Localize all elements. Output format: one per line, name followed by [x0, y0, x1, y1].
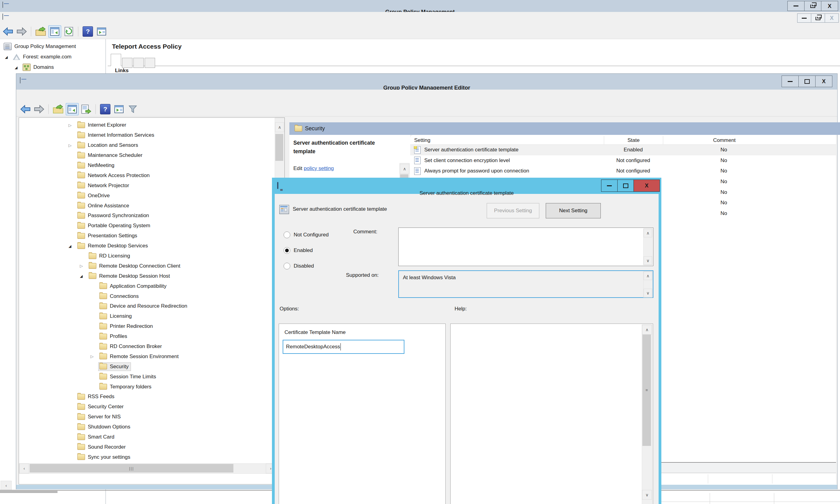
tree-expander-icon[interactable] — [69, 123, 76, 128]
back-icon[interactable] — [2, 26, 14, 37]
tree-item[interactable]: Server for NIS — [19, 412, 275, 422]
help-icon[interactable]: ? — [82, 26, 94, 37]
scroll-up-icon[interactable]: ∧ — [275, 122, 284, 132]
main-titlebar[interactable]: Group Policy Management X — [0, 0, 840, 12]
scroll-up-icon[interactable]: ∧ — [644, 272, 652, 280]
column-comment[interactable]: Comment — [663, 136, 786, 144]
tree-item[interactable]: Location and Sensors — [19, 140, 275, 150]
tree-item[interactable]: NetMeeting — [19, 161, 275, 170]
radio-icon[interactable] — [284, 247, 290, 254]
hscroll-thumb[interactable]: ||| — [30, 464, 233, 472]
tree-item[interactable]: Sync your settings — [19, 452, 275, 462]
tree-expander-icon[interactable] — [80, 264, 88, 268]
tree-item[interactable]: Application Compatibility — [19, 281, 275, 291]
vscroll-thumb[interactable] — [275, 134, 283, 161]
tree-item[interactable]: Internet Explorer — [19, 120, 275, 130]
dialog-minimize-button[interactable] — [601, 180, 618, 192]
show-window-icon[interactable] — [48, 25, 61, 38]
help-scroll-thumb[interactable]: ≡ — [642, 335, 651, 446]
tab[interactable] — [111, 54, 121, 66]
back-icon[interactable] — [19, 103, 32, 115]
help-icon[interactable]: ? — [99, 103, 111, 115]
tree-item[interactable]: Profiles — [19, 331, 275, 342]
tree-item[interactable]: Maintenance Scheduler — [19, 150, 275, 161]
editor-titlebar[interactable]: Group Policy Management Editor X — [16, 74, 837, 90]
child-minimize-button[interactable] — [797, 14, 811, 23]
export-list-icon[interactable] — [80, 103, 92, 115]
help-scrollbar[interactable]: ∧ ≡ ∨ — [642, 324, 652, 504]
tree-expander-icon[interactable] — [69, 244, 76, 248]
scroll-down-icon[interactable]: ∨ — [642, 490, 652, 500]
tree-item[interactable]: Internet Information Services — [19, 130, 275, 140]
tree-item[interactable]: Group Policy Management — [0, 41, 106, 52]
tree-expander-icon[interactable] — [69, 143, 76, 148]
tree-item[interactable]: Forest: example.com — [0, 52, 106, 62]
main-tree-hscroll-left[interactable]: ‹ — [1, 481, 12, 490]
tree-item[interactable]: Portable Operating System — [19, 221, 275, 231]
table-row[interactable]: Always prompt for password upon connecti… — [410, 166, 836, 177]
comment-textarea[interactable]: ∧ ∨ — [398, 228, 654, 266]
edit-policy-setting-link[interactable]: policy setting — [304, 165, 334, 171]
refresh-icon[interactable] — [63, 26, 75, 37]
tree-item[interactable]: Printer Redirection — [19, 321, 275, 331]
tree-expander-icon[interactable] — [15, 65, 23, 70]
tree-item[interactable]: Smart Card — [19, 432, 275, 442]
child-close-button[interactable]: X — [825, 14, 839, 23]
next-setting-button[interactable]: Next Setting — [546, 203, 601, 218]
tree-item[interactable]: Network Access Protection — [19, 170, 275, 180]
dialog-close-button[interactable]: X — [633, 180, 660, 192]
dialog-titlebar[interactable]: Server authentication certificate templa… — [275, 180, 659, 194]
tree-item[interactable]: Device and Resource Redirection — [19, 301, 275, 311]
minimize-button[interactable] — [787, 1, 805, 11]
export-folder-icon[interactable] — [35, 26, 47, 37]
editor-minimize-button[interactable] — [782, 75, 799, 87]
tree-item[interactable]: Remote Desktop Services — [19, 241, 275, 251]
table-row[interactable]: Set client connection encryption level N… — [410, 155, 836, 166]
restore-button[interactable] — [804, 1, 821, 11]
certificate-template-name-input[interactable]: RemoteDesktopAccess — [283, 340, 405, 354]
tree-item[interactable]: OneDrive — [19, 191, 275, 201]
tree-item[interactable]: Presentation Settings — [19, 231, 275, 241]
tree-item[interactable]: Session Time Limits — [19, 372, 275, 382]
tree-item[interactable]: Remote Desktop Session Host — [19, 271, 275, 281]
tree-hscrollbar[interactable]: ‹ ||| › — [19, 463, 276, 474]
forward-icon[interactable] — [16, 26, 28, 37]
forward-icon[interactable] — [33, 103, 45, 115]
bottom-scrollbar-fragment[interactable] — [0, 491, 57, 493]
supported-scrollbar[interactable]: ∧ ∨ — [643, 271, 653, 298]
tree-item[interactable]: Security Center — [19, 402, 275, 412]
filter-icon[interactable] — [127, 103, 139, 115]
radio-icon[interactable] — [284, 232, 290, 238]
tab[interactable] — [133, 58, 144, 68]
tree-item[interactable]: Connections — [19, 291, 275, 301]
tree-item[interactable]: Sound Recorder — [19, 442, 275, 452]
previous-setting-button[interactable]: Previous Setting — [487, 203, 539, 218]
comment-scrollbar[interactable]: ∧ ∨ — [643, 229, 653, 265]
tree-item[interactable]: Shutdown Options — [19, 422, 275, 432]
tree-expander-icon[interactable] — [80, 274, 88, 278]
radio-option[interactable]: Enabled — [284, 242, 328, 258]
export-folder-icon[interactable] — [52, 103, 64, 115]
tree-item[interactable]: RD Connection Broker — [19, 342, 275, 352]
tab[interactable] — [122, 58, 132, 68]
radio-option[interactable]: Disabled — [284, 258, 328, 274]
table-row[interactable]: Server authentication certificate templa… — [410, 145, 836, 155]
editor-maximize-button[interactable] — [799, 75, 816, 87]
tree-item[interactable]: Domains — [0, 62, 106, 72]
radio-icon[interactable] — [284, 263, 290, 269]
tree-item[interactable]: RSS Feeds — [19, 392, 275, 402]
column-state[interactable]: State — [604, 136, 663, 144]
scroll-down-icon[interactable]: ∨ — [644, 256, 652, 265]
editor-close-button[interactable]: X — [815, 75, 832, 87]
tree-item[interactable]: Temporary folders — [19, 382, 275, 392]
tree-item[interactable]: Security — [19, 361, 275, 372]
scroll-up-icon[interactable]: ∧ — [642, 325, 652, 335]
close-button[interactable]: X — [821, 1, 838, 11]
tab[interactable] — [145, 58, 155, 68]
scroll-up-icon[interactable]: ∧ — [644, 229, 652, 237]
tree-item[interactable]: Remote Session Environment — [19, 352, 275, 361]
scroll-down-icon[interactable]: ∨ — [644, 289, 652, 297]
show-dialog-icon[interactable] — [113, 103, 125, 115]
tree-item[interactable]: Licensing — [19, 311, 275, 321]
tree-expander-icon[interactable] — [91, 354, 99, 359]
